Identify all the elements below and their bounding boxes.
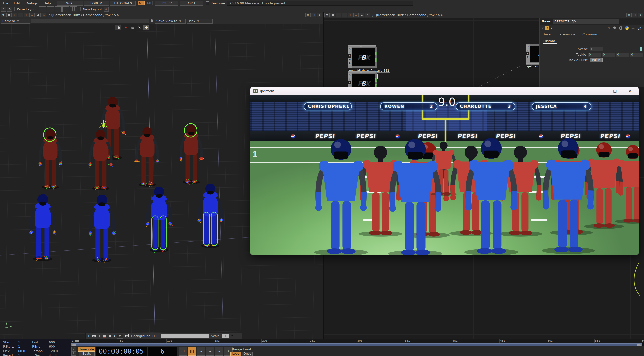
timeline-field-value[interactable]: 1	[18, 345, 32, 349]
breadcrumb[interactable]: / Quarterback_Blitz / Gamescene / fbx / …	[49, 13, 119, 17]
copy-parameters-icon[interactable]	[619, 26, 622, 30]
timeline-field-value[interactable]: 600	[49, 340, 67, 344]
scene-slider-handle[interactable]	[640, 47, 642, 51]
node-opp-idle[interactable]: ○╱✕➔● FBX opp_idle_to_3point_002 ↓	[348, 47, 377, 68]
node-output-connector[interactable]	[375, 58, 377, 62]
scene-value-field[interactable]: 1	[590, 47, 603, 51]
maximize-pane-icon[interactable]: □	[311, 13, 316, 17]
pulse-button[interactable]: Pulse	[590, 58, 603, 62]
link-button-forum[interactable]: FORUM	[84, 1, 109, 6]
camera-selector[interactable]: Camera ▼	[1, 19, 30, 24]
tab-base[interactable]: Base	[543, 32, 551, 36]
scale-field[interactable]: 1	[222, 334, 229, 338]
pick-dropdown[interactable]: Pick ▼	[187, 19, 213, 24]
timeline-i-button[interactable]: I	[71, 351, 76, 356]
forward-arrow-icon[interactable]: →	[342, 13, 347, 17]
pan-hand-icon[interactable]	[115, 25, 121, 30]
tackle-value-2[interactable]: 0	[616, 53, 629, 57]
cube-icon[interactable]	[108, 334, 112, 338]
depth-field[interactable]: 0	[626, 13, 632, 17]
help-icon[interactable]: ?	[542, 26, 544, 30]
python-help-icon[interactable]: ?	[545, 26, 549, 30]
node-output-connector[interactable]	[375, 78, 377, 82]
search-icon[interactable]	[359, 13, 364, 17]
stop-icon[interactable]: ■	[330, 13, 335, 17]
layout-preset-single[interactable]	[39, 6, 46, 12]
node-flag-column[interactable]: ○╱✕➔●	[348, 47, 352, 68]
wire-icon[interactable]	[98, 334, 101, 338]
range-bar[interactable]: ∙∙∙ ∙∙∙	[71, 343, 642, 346]
timeline-ruler[interactable]: 151101151201251301351401451501551600	[71, 339, 644, 343]
stop-icon[interactable]: ■	[6, 13, 12, 17]
timeline-field-value[interactable]: 60.0	[18, 349, 32, 353]
info-icon[interactable]: i	[114, 334, 115, 338]
tab-custom[interactable]: Custom	[543, 38, 557, 44]
timeline-settings[interactable]: Start:1End:600RStart:1REnd:600FPS:60.0Te…	[0, 339, 74, 356]
pane-type-dropdown-icon[interactable]: ▼	[1, 13, 6, 17]
viewport-player-blue[interactable]	[197, 184, 223, 249]
node-output-connector[interactable]	[375, 52, 377, 55]
split-pane-icon[interactable]: ↓	[638, 13, 643, 17]
perform-titlebar[interactable]: /perform – □ ✕	[250, 87, 639, 95]
range-end-handle[interactable]: ∙∙∙	[637, 344, 641, 346]
timeline-field-value[interactable]: 1	[18, 340, 32, 344]
add-parameter-icon[interactable]: +	[631, 25, 635, 31]
geometry-grid-icon[interactable]	[103, 334, 107, 338]
search-icon[interactable]	[35, 13, 41, 17]
home-icon[interactable]: ⌂	[365, 13, 370, 17]
image-icon[interactable]	[92, 334, 96, 338]
maximize-pane-icon[interactable]: □	[632, 13, 637, 17]
depth-field[interactable]: 0	[305, 13, 311, 17]
jump-start-button[interactable]: ⏮	[179, 347, 187, 356]
link-button-tutorials[interactable]: TUTORIALS	[110, 1, 136, 6]
scene-slider[interactable]	[605, 49, 642, 49]
select-cursor-icon[interactable]	[122, 25, 128, 30]
tackle-value-3[interactable]: 0	[630, 53, 643, 57]
link-button-wiki[interactable]: WIKI	[57, 1, 83, 6]
timeline-field-value[interactable]: 120.0	[49, 349, 67, 353]
timeline-field-value[interactable]: 4 4	[49, 353, 67, 356]
background-top-field[interactable]	[161, 334, 209, 338]
menu-file[interactable]: File	[0, 1, 11, 5]
display-options-dropdown-icon[interactable]: ▼	[117, 334, 123, 339]
lock-icon[interactable]	[150, 19, 153, 23]
add-marker-icon[interactable]: +	[143, 25, 149, 30]
layout-preset-vsplit[interactable]	[47, 6, 54, 12]
comment-icon[interactable]	[613, 26, 617, 29]
tackle-value-1[interactable]: 0	[602, 53, 615, 57]
viewport-player-red[interactable]	[37, 128, 63, 190]
timeline-field-value[interactable]: 600	[49, 345, 67, 349]
breadcrumb[interactable]: / Quarterback_Blitz / Gamescene / fbx / …	[372, 13, 443, 17]
viewport-player-red[interactable]	[134, 127, 159, 187]
close-button[interactable]: ✕	[628, 89, 632, 93]
tab-extensions[interactable]: Extensions	[558, 32, 576, 36]
layout-preset-quad[interactable]	[62, 6, 69, 12]
viewport-player-blue[interactable]	[29, 194, 56, 261]
realtime-toggle[interactable]: ✕ Realtime	[206, 1, 225, 5]
bone-icon[interactable]	[136, 25, 142, 30]
viewport-player-blue[interactable]	[145, 187, 173, 253]
camera-snapshot-icon[interactable]	[125, 334, 129, 338]
menu-dialogs[interactable]: Dialogs	[23, 1, 41, 5]
perform-window[interactable]: /perform – □ ✕ PEPSIPEPSIPEPSIPEPSIPEPSI…	[250, 87, 639, 255]
grid-table-icon[interactable]	[129, 25, 135, 30]
step-back-button[interactable]: ◂	[197, 347, 205, 356]
gpu-indicator[interactable]: GPU	[180, 1, 203, 6]
operator-name-field[interactable]: offsets_qb	[553, 19, 619, 24]
collapse-icon[interactable]: ⌃	[1, 7, 6, 12]
decrement-button[interactable]: –	[215, 347, 223, 356]
node-flag-column[interactable]: ○╱✕●	[526, 44, 530, 63]
layout-preset-hsplit[interactable]	[55, 6, 62, 12]
layout-preset-grid[interactable]	[70, 6, 77, 12]
loop-button[interactable]: Loop	[230, 352, 241, 356]
target-icon[interactable]: ◎	[637, 25, 641, 30]
step-forward-button[interactable]: ▸	[206, 347, 214, 356]
back-arrow-icon[interactable]: ←	[336, 13, 341, 17]
menu-edit[interactable]: Edit	[11, 1, 23, 5]
realtime-checkbox-icon[interactable]: ✕	[206, 1, 209, 5]
python-expression-icon[interactable]	[625, 26, 629, 30]
add-layout-button[interactable]: +	[104, 7, 109, 12]
maximize-button[interactable]: □	[613, 89, 617, 93]
back-arrow-icon[interactable]: ←	[12, 13, 17, 17]
range-start-handle[interactable]: ∙∙∙	[72, 344, 76, 346]
